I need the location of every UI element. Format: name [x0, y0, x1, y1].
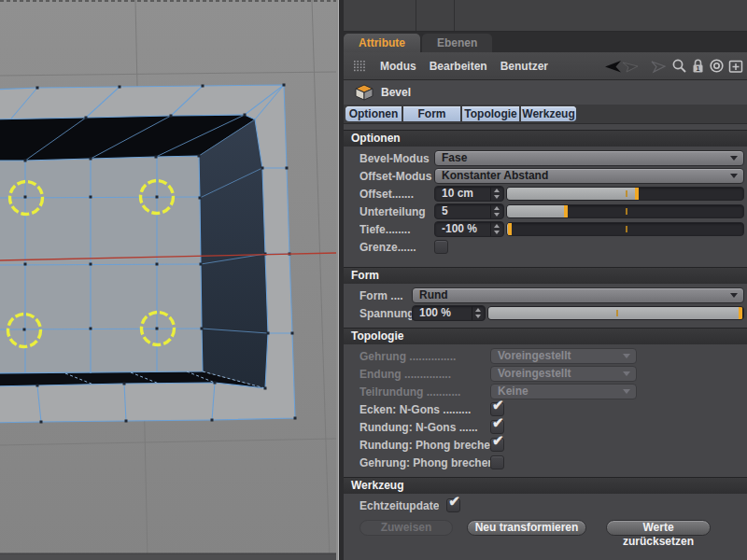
- section-header-werkzeug: Werkzeug: [344, 477, 747, 494]
- lock-icon[interactable]: 1: [691, 58, 705, 74]
- chevron-down-icon: [730, 174, 738, 178]
- menu-item-benutzer[interactable]: Benutzer: [500, 60, 548, 73]
- gehrung-phong-checkbox[interactable]: [490, 455, 504, 469]
- panel-top-strip: [344, 0, 747, 32]
- section-header-optionen: Optionen: [344, 130, 747, 147]
- grip-icon[interactable]: [353, 60, 367, 73]
- cinema4d-window: Attribute Ebenen Modus Bearbeiten Benutz…: [0, 0, 747, 560]
- svg-text:1: 1: [697, 65, 700, 72]
- chevron-down-icon: [730, 156, 738, 161]
- attribute-manager-panel: Attribute Ebenen Modus Bearbeiten Benutz…: [344, 0, 747, 560]
- chevron-down-icon: [623, 354, 630, 358]
- section-header-form: Form: [344, 267, 747, 284]
- stepper-arrows-icon[interactable]: [472, 306, 485, 320]
- chevron-down-icon: [623, 371, 630, 376]
- label-ecken-ngons: Ecken: N-Gons .........: [359, 403, 490, 416]
- label-tiefe: Tiefe........: [359, 223, 434, 236]
- label-rundung-phong: Rundung: Phong brechen: [359, 439, 490, 452]
- label-echtzeitupdate: Echtzeitupdate: [359, 499, 439, 512]
- attribute-content: Optionen Bevel-Modus Fase Offset-Modus K…: [344, 124, 747, 560]
- add-panel-icon[interactable]: [728, 58, 743, 74]
- label-grenze: Grenze......: [359, 241, 434, 254]
- panel-tabbar: Attribute Ebenen: [344, 32, 747, 52]
- label-unterteilung: Unterteilung: [359, 205, 434, 218]
- endung-dropdown: Voreingestellt: [490, 366, 637, 382]
- neu-transformieren-button[interactable]: Neu transformieren: [467, 520, 586, 536]
- unterteilung-input[interactable]: 5: [434, 203, 504, 219]
- stepper-arrows-icon[interactable]: [490, 222, 503, 236]
- stepper-arrows-icon[interactable]: [490, 204, 503, 218]
- offset-modus-dropdown[interactable]: Konstanter Abstand: [434, 168, 744, 184]
- object-name: Bevel: [381, 86, 411, 99]
- bevel-mesh-object[interactable]: [0, 84, 297, 424]
- teilrundung-dropdown: Keine: [490, 384, 637, 399]
- target-icon[interactable]: [709, 58, 725, 74]
- subtab-topologie[interactable]: Topologie: [462, 106, 519, 121]
- form-dropdown[interactable]: Rund: [412, 287, 744, 303]
- tool-buttons-row: Zuweisen Neu transformieren Werte zurück…: [359, 518, 747, 537]
- echtzeitupdate-checkbox[interactable]: [446, 498, 460, 512]
- subtab-bar: Optionen Form Topologie Werkzeug: [344, 105, 747, 124]
- viewport-3d[interactable]: [0, 0, 336, 560]
- tiefe-input[interactable]: -100 %: [434, 221, 504, 237]
- chevron-down-icon: [730, 293, 738, 298]
- stepper-arrows-icon[interactable]: [490, 187, 503, 201]
- label-gehrung: Gehrung ...............: [359, 350, 490, 363]
- spannung-input[interactable]: 100 %: [412, 305, 486, 321]
- label-form: Form ....: [359, 289, 412, 302]
- grenze-checkbox[interactable]: [434, 240, 448, 254]
- werte-zuruecksetzen-button[interactable]: Werte zurücksetzen: [606, 520, 711, 536]
- label-bevel-modus: Bevel-Modus: [359, 152, 434, 165]
- subtab-werkzeug[interactable]: Werkzeug: [521, 106, 576, 121]
- label-teilrundung: Teilrundung ...........: [359, 385, 490, 399]
- unterteilung-slider[interactable]: [506, 204, 744, 218]
- spannung-slider[interactable]: [487, 306, 744, 320]
- menu-item-bearbeiten[interactable]: Bearbeiten: [430, 60, 487, 73]
- offset-input[interactable]: 10 cm: [434, 186, 504, 202]
- tab-attribute[interactable]: Attribute: [344, 34, 420, 52]
- attribute-menubar: Modus Bearbeiten Benutzer: [344, 52, 747, 80]
- object-row: Bevel: [344, 80, 747, 105]
- section-header-topologie: Topologie: [344, 328, 747, 344]
- label-gehrung-phong: Gehrung: Phong brechen: [359, 456, 490, 469]
- label-spannung: Spannung: [359, 307, 412, 320]
- label-offset: Offset.......: [359, 188, 434, 201]
- gehrung-dropdown: Voreingestellt: [490, 348, 637, 364]
- label-endung: Endung ...............: [359, 368, 490, 381]
- magnifier-icon[interactable]: [671, 58, 687, 74]
- label-rundung-ngons: Rundung: N-Gons ......: [359, 421, 490, 434]
- zuweisen-button: Zuweisen: [359, 520, 453, 536]
- viewport-canvas: [0, 0, 336, 560]
- history-forward-icon[interactable]: [647, 58, 668, 75]
- history-back-icon[interactable]: [602, 58, 643, 75]
- viewport-bottom-strip: [0, 553, 336, 560]
- subtab-form[interactable]: Form: [403, 106, 460, 121]
- tiefe-slider[interactable]: [506, 222, 744, 236]
- rundung-phong-checkbox[interactable]: [490, 438, 504, 452]
- bevel-modus-dropdown[interactable]: Fase: [434, 150, 744, 166]
- label-offset-modus: Offset-Modus: [359, 170, 434, 183]
- bevel-object-icon: [355, 84, 374, 101]
- subtab-optionen[interactable]: Optionen: [345, 106, 402, 121]
- offset-slider[interactable]: [506, 187, 744, 201]
- menu-item-modus[interactable]: Modus: [380, 60, 416, 73]
- tab-ebenen[interactable]: Ebenen: [422, 34, 492, 52]
- chevron-down-icon: [623, 389, 630, 394]
- panel-splitter[interactable]: [336, 0, 344, 560]
